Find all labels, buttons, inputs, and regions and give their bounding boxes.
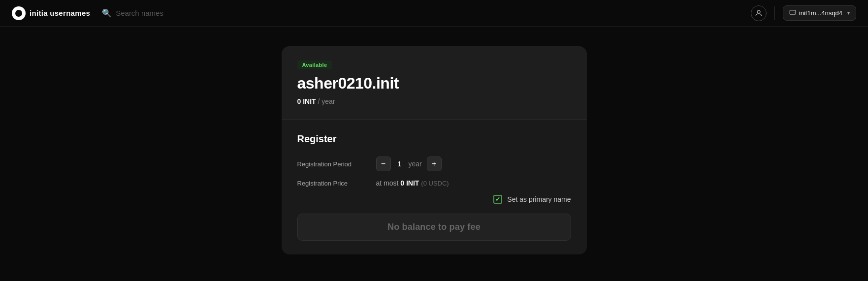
nav-right: init1m...4nsqd4 ▾ bbox=[751, 5, 856, 21]
available-badge: Available bbox=[297, 61, 332, 69]
wallet-chevron-icon: ▾ bbox=[847, 10, 850, 16]
period-unit: year bbox=[409, 160, 422, 168]
no-balance-button[interactable]: No balance to pay fee bbox=[297, 214, 571, 241]
navbar: initia usernames 🔍 init1m...4nsqd4 ▾ bbox=[0, 0, 868, 27]
price-prefix: at most bbox=[376, 179, 399, 187]
wallet-address: init1m...4nsqd4 bbox=[799, 9, 842, 17]
nav-divider bbox=[774, 6, 775, 20]
search-input[interactable] bbox=[116, 9, 214, 17]
registration-price-value: at most 0 INIT (0 USDC) bbox=[376, 179, 449, 187]
logo-text: initia usernames bbox=[30, 9, 90, 17]
period-decrease-button[interactable]: − bbox=[376, 156, 391, 171]
register-title: Register bbox=[297, 133, 571, 145]
registration-period-label: Registration Period bbox=[297, 160, 376, 168]
registration-card: Available asher0210.init 0 INIT / year R… bbox=[282, 46, 587, 254]
wallet-icon bbox=[789, 9, 796, 17]
price-init-label: INIT bbox=[406, 179, 419, 187]
domain-name: asher0210.init bbox=[297, 74, 571, 93]
set-primary-checkbox[interactable]: ✓ bbox=[493, 195, 502, 204]
wallet-button[interactable]: init1m...4nsqd4 ▾ bbox=[783, 5, 856, 21]
domain-info-section: Available asher0210.init 0 INIT / year bbox=[282, 46, 587, 120]
set-primary-label: Set as primary name bbox=[507, 195, 571, 203]
main-content: Available asher0210.init 0 INIT / year R… bbox=[0, 27, 868, 274]
period-increase-button[interactable]: + bbox=[427, 156, 442, 171]
primary-name-row: ✓ Set as primary name bbox=[297, 195, 571, 204]
period-controls: − 1 year + bbox=[376, 156, 442, 171]
profile-icon-button[interactable] bbox=[751, 5, 767, 21]
price-currency: INIT bbox=[303, 97, 316, 105]
logo-icon bbox=[12, 6, 26, 20]
logo[interactable]: initia usernames bbox=[12, 6, 90, 20]
register-section: Register Registration Period − 1 year + … bbox=[282, 120, 587, 254]
checkmark-icon: ✓ bbox=[495, 196, 500, 203]
price-period: year bbox=[321, 97, 335, 105]
domain-price: 0 INIT / year bbox=[297, 97, 571, 105]
period-value: 1 bbox=[396, 160, 404, 168]
price-amount: 0 bbox=[297, 97, 301, 105]
registration-price-label: Registration Price bbox=[297, 180, 376, 187]
price-usdc: (0 USDC) bbox=[421, 180, 449, 187]
price-init-amount: 0 bbox=[400, 179, 404, 187]
svg-point-0 bbox=[757, 10, 760, 13]
registration-period-row: Registration Period − 1 year + bbox=[297, 156, 571, 171]
search-icon: 🔍 bbox=[102, 8, 112, 18]
registration-price-row: Registration Price at most 0 INIT (0 USD… bbox=[297, 179, 571, 187]
svg-rect-1 bbox=[790, 10, 796, 14]
search-area: 🔍 bbox=[102, 8, 751, 18]
